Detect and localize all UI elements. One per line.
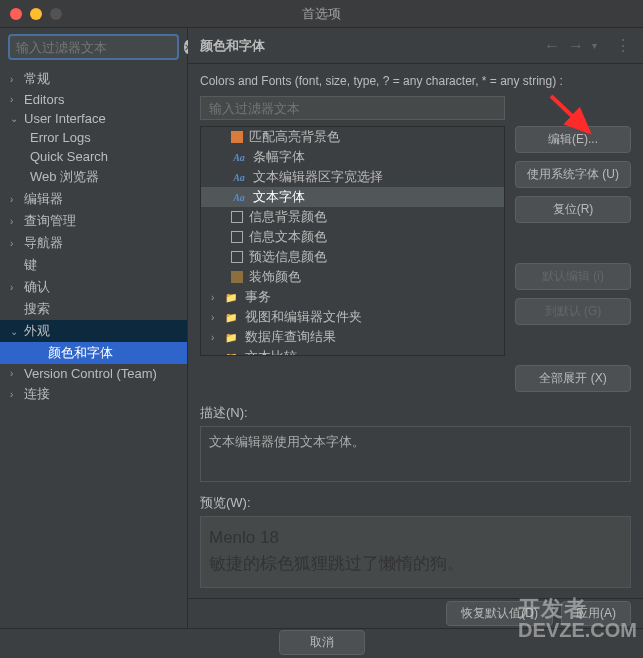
chevron-icon: › [10,94,20,105]
preview-label: 预览(W): [200,494,631,512]
apply-button[interactable]: 应用(A) [561,601,631,626]
default-edit-button[interactable]: 默认编辑 (i) [515,263,631,290]
edit-button[interactable]: 编辑(E)... [515,126,631,153]
chevron-icon: › [211,312,223,323]
description-label: 描述(N): [200,404,631,422]
font-tree-item-label: 预选信息颜色 [249,248,327,266]
sidebar-item[interactable]: Quick Search [0,147,187,166]
sidebar-item-label: 颜色和字体 [48,344,113,362]
font-tree-item-label: 信息文本颜色 [249,228,327,246]
sidebar-item-label: 外观 [24,322,50,340]
sidebar-item-label: 连接 [24,385,50,403]
sidebar-item[interactable]: ›连接 [0,383,187,405]
sidebar-item-label: 导航器 [24,234,63,252]
restore-defaults-button[interactable]: 恢复默认值(D) [446,601,553,626]
page-title: 颜色和字体 [200,37,544,55]
sidebar-item[interactable]: ⌄User Interface [0,109,187,128]
expand-all-button[interactable]: 全部展开 (X) [515,365,631,392]
sidebar-item-label: 查询管理 [24,212,76,230]
font-tree-item[interactable]: ›📁事务 [201,287,504,307]
color-swatch-icon [231,211,243,223]
font-tree-item[interactable]: ›📁数据库查询结果 [201,327,504,347]
font-tree-item[interactable]: ›📁文本比较 [201,347,504,356]
sidebar-item[interactable]: ⌄外观 [0,320,187,342]
chevron-icon: › [10,282,20,293]
use-system-font-button[interactable]: 使用系统字体 (U) [515,161,631,188]
preview-line-2: 敏捷的棕色狐狸跳过了懒惰的狗。 [209,551,622,577]
nav-forward-icon[interactable]: → [568,37,584,55]
preview-box: Menlo 18 敏捷的棕色狐狸跳过了懒惰的狗。 [200,516,631,588]
font-tree-item-label: 信息背景颜色 [249,208,327,226]
nav-dropdown-icon[interactable]: ▾ [592,40,597,51]
reset-button[interactable]: 复位(R) [515,196,631,223]
chevron-icon: › [10,216,20,227]
menu-icon[interactable]: ⋮ [615,36,631,55]
chevron-icon: ⌄ [10,113,20,124]
cancel-button[interactable]: 取消 [279,630,365,655]
filter-input[interactable] [16,40,184,55]
filter-search-box[interactable]: ✕ [8,34,179,60]
sidebar-item-label: Quick Search [30,149,108,164]
font-tree-item[interactable]: 信息文本颜色 [201,227,504,247]
font-tree-item[interactable]: Aa文本编辑器区字宽选择 [201,167,504,187]
font-tree-item-label: 视图和编辑器文件夹 [245,308,362,326]
font-tree-item[interactable]: 装饰颜色 [201,267,504,287]
font-icon: Aa [231,150,247,164]
font-tree-item[interactable]: 信息背景颜色 [201,207,504,227]
color-swatch-icon [231,131,243,143]
sidebar: ✕ ›常规›Editors⌄User InterfaceError LogsQu… [0,28,188,628]
sidebar-item[interactable]: Web 浏览器 [0,166,187,188]
font-tree-item[interactable]: ›📁视图和编辑器文件夹 [201,307,504,327]
font-tree-item[interactable]: Aa条幅字体 [201,147,504,167]
titlebar: 首选项 [0,0,643,28]
chevron-icon: › [10,389,20,400]
sidebar-item-label: User Interface [24,111,106,126]
font-tree-item[interactable]: Aa文本字体 [201,187,504,207]
hint-text: Colors and Fonts (font, size, type, ? = … [200,74,631,88]
to-default-button[interactable]: 到默认 (G) [515,298,631,325]
sidebar-item-label: Editors [24,92,64,107]
font-tree-item-label: 数据库查询结果 [245,328,336,346]
description-box: 文本编辑器使用文本字体。 [200,426,631,482]
sidebar-item[interactable]: ›编辑器 [0,188,187,210]
sidebar-item-label: Error Logs [30,130,91,145]
sidebar-item-label: 常规 [24,70,50,88]
chevron-icon: › [10,194,20,205]
chevron-icon: › [211,352,223,357]
sidebar-item[interactable]: 颜色和字体 [0,342,187,364]
sidebar-item-label: 确认 [24,278,50,296]
sidebar-item[interactable]: ›Editors [0,90,187,109]
chevron-icon: › [211,292,223,303]
font-tree-item-label: 文本字体 [253,188,305,206]
close-window-button[interactable] [10,8,22,20]
sidebar-item-label: Web 浏览器 [30,168,99,186]
sidebar-item[interactable]: ›确认 [0,276,187,298]
folder-icon: 📁 [223,310,239,324]
sidebar-item[interactable]: Error Logs [0,128,187,147]
sidebar-item[interactable]: ›导航器 [0,232,187,254]
content-pane: 颜色和字体 ← → ▾ ⋮ Colors and Fonts (font, si… [188,28,643,628]
font-filter-input[interactable] [200,96,505,120]
chevron-icon: › [10,368,20,379]
minimize-window-button[interactable] [30,8,42,20]
font-tree-item-label: 装饰颜色 [249,268,301,286]
preview-line-1: Menlo 18 [209,525,622,551]
maximize-window-button[interactable] [50,8,62,20]
sidebar-item[interactable]: ›Version Control (Team) [0,364,187,383]
font-tree-item[interactable]: 预选信息颜色 [201,247,504,267]
sidebar-item[interactable]: 搜索 [0,298,187,320]
window-title: 首选项 [302,5,341,23]
sidebar-item-label: Version Control (Team) [24,366,157,381]
sidebar-item-label: 编辑器 [24,190,63,208]
folder-icon: 📁 [223,330,239,344]
chevron-icon: › [211,332,223,343]
sidebar-item[interactable]: ›查询管理 [0,210,187,232]
font-icon: Aa [231,190,247,204]
sidebar-item[interactable]: 键 [0,254,187,276]
preferences-tree: ›常规›Editors⌄User InterfaceError LogsQuic… [0,66,187,628]
nav-back-icon[interactable]: ← [544,37,560,55]
sidebar-item[interactable]: ›常规 [0,68,187,90]
folder-icon: 📁 [223,350,239,356]
font-tree-item[interactable]: 匹配高亮背景色 [201,127,504,147]
font-icon: Aa [231,170,247,184]
